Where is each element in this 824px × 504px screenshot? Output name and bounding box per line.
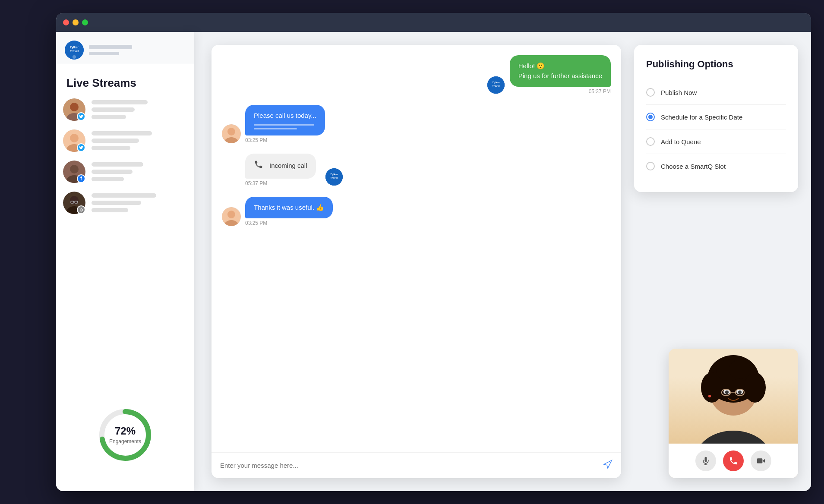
radio-button[interactable]	[646, 162, 655, 170]
avatar-wrapper: ⊙	[63, 192, 85, 214]
svg-point-3	[73, 55, 76, 59]
sender-avatar: Zylker Travel	[325, 167, 344, 186]
header-line-2	[89, 52, 119, 55]
publish-option-4[interactable]: Choose a SmartQ Slot	[646, 154, 786, 178]
chat-input-area	[212, 452, 621, 478]
stream-info	[92, 100, 187, 119]
svg-text:Travel: Travel	[330, 176, 338, 179]
avatar-wrapper	[63, 129, 85, 152]
instagram-badge: ⊙	[77, 205, 85, 214]
stream-line-3	[92, 208, 128, 212]
svg-text:Travel: Travel	[492, 85, 500, 87]
publishing-panel: Publishing Options Publish Now Schedule …	[634, 45, 798, 192]
chat-input[interactable]	[220, 462, 598, 469]
chat-messages: Hello! 🙂Ping us for further assistance 0…	[212, 45, 621, 452]
twitter-badge	[77, 112, 85, 121]
avatar-wrapper	[63, 98, 85, 121]
mute-button[interactable]	[695, 450, 716, 471]
stream-info	[92, 193, 187, 212]
svg-point-31	[227, 211, 235, 218]
message-content: Hello! 🙂Ping us for further assistance 0…	[510, 55, 611, 94]
hangup-button[interactable]	[723, 450, 744, 471]
video-call-panel	[669, 349, 798, 478]
close-button[interactable]	[63, 19, 69, 25]
video-button[interactable]	[751, 450, 771, 471]
stream-line-1	[92, 162, 143, 167]
svg-marker-50	[762, 459, 765, 463]
stream-line-3	[92, 115, 126, 119]
minimize-button[interactable]	[73, 19, 79, 25]
donut-label: Engagements	[109, 438, 141, 444]
stream-info	[92, 131, 187, 150]
radio-button[interactable]	[646, 137, 655, 146]
message-time: 03:25 PM	[245, 137, 267, 143]
live-streams-panel: Zylker Travel Live Streams	[56, 32, 194, 491]
stream-line-2	[92, 107, 135, 112]
radio-button-selected[interactable]	[646, 113, 655, 121]
video-controls	[669, 444, 798, 478]
message-row: Please call us today... 03:25 PM	[222, 105, 611, 143]
stream-line-2	[92, 201, 141, 205]
svg-text:Zylker: Zylker	[492, 81, 500, 84]
stream-line-2	[92, 139, 139, 143]
avatar-wrapper: f	[63, 161, 85, 183]
message-time: 05:37 PM	[589, 88, 611, 94]
stream-list: f	[56, 98, 194, 214]
svg-point-42	[725, 391, 729, 394]
receiver-avatar	[222, 124, 241, 143]
facebook-badge: f	[77, 174, 85, 183]
stream-line-1	[92, 193, 156, 198]
logo-circle: Zylker Travel	[65, 41, 84, 60]
incoming-call-bubble: Incoming call	[245, 154, 316, 179]
maximize-button[interactable]	[82, 19, 88, 25]
stream-line-2	[92, 170, 133, 174]
receiver-avatar	[222, 207, 241, 226]
stream-line-3	[92, 177, 124, 181]
option-list: Publish Now Schedule for a Specific Date…	[646, 80, 786, 178]
phone-icon	[254, 160, 263, 173]
send-button[interactable]	[603, 460, 612, 471]
message-bubble: Hello! 🙂Ping us for further assistance	[510, 55, 611, 87]
stream-line-1	[92, 131, 152, 135]
svg-text:Zylker: Zylker	[330, 173, 338, 176]
list-item[interactable]: f	[63, 161, 187, 183]
list-item[interactable]	[63, 98, 187, 121]
radio-button[interactable]	[646, 88, 655, 97]
video-content	[669, 349, 798, 444]
message-time: 03:25 PM	[245, 220, 267, 226]
publishing-title: Publishing Options	[646, 59, 786, 70]
donut-chart: 72% Engagements	[95, 405, 155, 465]
svg-point-33	[695, 431, 772, 444]
publish-option-3[interactable]: Add to Queue	[646, 129, 786, 154]
svg-point-43	[738, 391, 742, 394]
donut-percent: 72%	[109, 425, 141, 437]
stream-info	[92, 162, 187, 181]
browser-titlebar	[56, 13, 811, 32]
stream-line-1	[92, 100, 148, 104]
list-item[interactable]: ⊙	[63, 192, 187, 214]
incoming-call-text: Incoming call	[269, 161, 307, 171]
svg-point-5	[70, 103, 79, 111]
message-content: Incoming call 05:37 PM	[245, 154, 316, 186]
message-content: Thanks it was useful. 👍 03:25 PM	[245, 197, 333, 227]
svg-point-39	[729, 360, 751, 379]
chat-panel: Hello! 🙂Ping us for further assistance 0…	[212, 45, 621, 478]
option-label: Schedule for a Specific Date	[661, 113, 742, 121]
stream-line-3	[92, 146, 130, 150]
browser-content: Zylker Travel Live Streams	[56, 32, 811, 491]
publish-option-1[interactable]: Publish Now	[646, 80, 786, 105]
panel-header: Zylker Travel	[56, 32, 194, 64]
publish-option-2[interactable]: Schedule for a Specific Date	[646, 105, 786, 129]
svg-point-47	[708, 395, 711, 397]
svg-point-25	[227, 128, 235, 135]
message-row: Incoming call 05:37 PM Zylker Travel	[222, 154, 611, 186]
donut-container: 72% Engagements	[95, 405, 155, 465]
twitter-badge	[77, 143, 85, 152]
header-line-1	[89, 45, 132, 49]
svg-point-37	[744, 372, 766, 403]
radio-inner	[648, 115, 653, 119]
svg-rect-51	[757, 458, 763, 463]
browser-window: Zylker Travel Live Streams	[56, 13, 811, 491]
svg-text:Zylker: Zylker	[70, 46, 79, 49]
list-item[interactable]	[63, 129, 187, 152]
